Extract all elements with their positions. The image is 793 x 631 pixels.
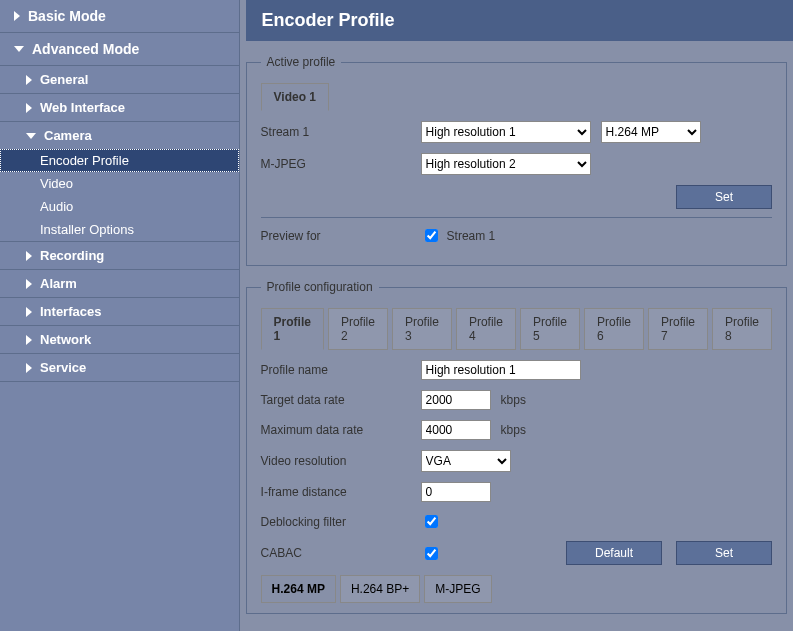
deblocking-label: Deblocking filter xyxy=(261,515,421,529)
tab-profile-2[interactable]: Profile 2 xyxy=(328,308,388,350)
sidebar-section-recording[interactable]: Recording xyxy=(0,242,239,269)
page-title: Encoder Profile xyxy=(246,0,793,41)
target-rate-unit: kbps xyxy=(501,393,526,407)
video-res-label: Video resolution xyxy=(261,454,421,468)
chevron-right-icon xyxy=(26,363,32,373)
max-rate-label: Maximum data rate xyxy=(261,423,421,437)
active-profile-legend: Active profile xyxy=(261,55,342,69)
sidebar-section-web-interface[interactable]: Web Interface xyxy=(0,94,239,121)
basic-mode-header[interactable]: Basic Mode xyxy=(0,0,239,32)
enc-tab-h264-bp[interactable]: H.264 BP+ xyxy=(340,575,420,603)
target-rate-label: Target data rate xyxy=(261,393,421,407)
sidebar-section-service[interactable]: Service xyxy=(0,354,239,381)
tab-profile-5[interactable]: Profile 5 xyxy=(520,308,580,350)
tab-profile-6[interactable]: Profile 6 xyxy=(584,308,644,350)
max-rate-unit: kbps xyxy=(501,423,526,437)
basic-mode-label: Basic Mode xyxy=(28,8,106,24)
active-profile-set-button[interactable]: Set xyxy=(676,185,772,209)
chevron-right-icon xyxy=(26,335,32,345)
sidebar-section-general[interactable]: General xyxy=(0,66,239,93)
sidebar-section-camera[interactable]: Camera xyxy=(0,122,239,149)
active-profile-fieldset: Active profile Video 1 Stream 1 High res… xyxy=(246,55,787,266)
chevron-right-icon xyxy=(26,75,32,85)
sidebar-item-audio[interactable]: Audio xyxy=(0,195,239,218)
sidebar-item-video[interactable]: Video xyxy=(0,172,239,195)
profile-name-input[interactable] xyxy=(421,360,581,380)
tab-profile-8[interactable]: Profile 8 xyxy=(712,308,772,350)
preview-stream1-label: Stream 1 xyxy=(447,229,496,243)
profile-config-legend: Profile configuration xyxy=(261,280,379,294)
iframe-input[interactable] xyxy=(421,482,491,502)
sidebar-section-alarm[interactable]: Alarm xyxy=(0,270,239,297)
profile-set-button[interactable]: Set xyxy=(676,541,772,565)
stream1-codec-select[interactable]: H.264 MP xyxy=(601,121,701,143)
stream1-label: Stream 1 xyxy=(261,125,421,139)
sidebar-item-encoder-profile[interactable]: Encoder Profile xyxy=(0,149,239,172)
chevron-right-icon xyxy=(26,279,32,289)
chevron-down-icon xyxy=(26,133,36,139)
default-button[interactable]: Default xyxy=(566,541,662,565)
enc-tab-mjpeg[interactable]: M-JPEG xyxy=(424,575,491,603)
profile-name-label: Profile name xyxy=(261,363,421,377)
tab-profile-4[interactable]: Profile 4 xyxy=(456,308,516,350)
chevron-right-icon xyxy=(26,103,32,113)
sidebar: Basic Mode Advanced Mode General Web Int… xyxy=(0,0,240,631)
iframe-label: I-frame distance xyxy=(261,485,421,499)
tab-video-1[interactable]: Video 1 xyxy=(261,83,329,111)
sidebar-section-interfaces[interactable]: Interfaces xyxy=(0,298,239,325)
enc-tab-h264-mp[interactable]: H.264 MP xyxy=(261,575,336,603)
camera-subitems: Encoder Profile Video Audio Installer Op… xyxy=(0,149,239,241)
chevron-right-icon xyxy=(14,11,20,21)
advanced-mode-header[interactable]: Advanced Mode xyxy=(0,33,239,65)
chevron-right-icon xyxy=(26,307,32,317)
deblocking-checkbox[interactable] xyxy=(425,515,438,528)
mjpeg-profile-select[interactable]: High resolution 2 xyxy=(421,153,591,175)
stream1-profile-select[interactable]: High resolution 1 xyxy=(421,121,591,143)
advanced-mode-label: Advanced Mode xyxy=(32,41,139,57)
max-rate-input[interactable] xyxy=(421,420,491,440)
tab-profile-1[interactable]: Profile 1 xyxy=(261,308,324,350)
cabac-label: CABAC xyxy=(261,546,421,560)
sidebar-section-network[interactable]: Network xyxy=(0,326,239,353)
profile-config-fieldset: Profile configuration Profile 1 Profile … xyxy=(246,280,787,614)
target-rate-input[interactable] xyxy=(421,390,491,410)
preview-for-label: Preview for xyxy=(261,229,421,243)
video-res-select[interactable]: VGA xyxy=(421,450,511,472)
sidebar-item-installer-options[interactable]: Installer Options xyxy=(0,218,239,241)
preview-stream1-checkbox[interactable] xyxy=(425,229,438,242)
tab-profile-7[interactable]: Profile 7 xyxy=(648,308,708,350)
chevron-down-icon xyxy=(14,46,24,52)
mjpeg-label: M-JPEG xyxy=(261,157,421,171)
content-area: Encoder Profile Active profile Video 1 S… xyxy=(240,0,793,631)
chevron-right-icon xyxy=(26,251,32,261)
tab-profile-3[interactable]: Profile 3 xyxy=(392,308,452,350)
cabac-checkbox[interactable] xyxy=(425,547,438,560)
